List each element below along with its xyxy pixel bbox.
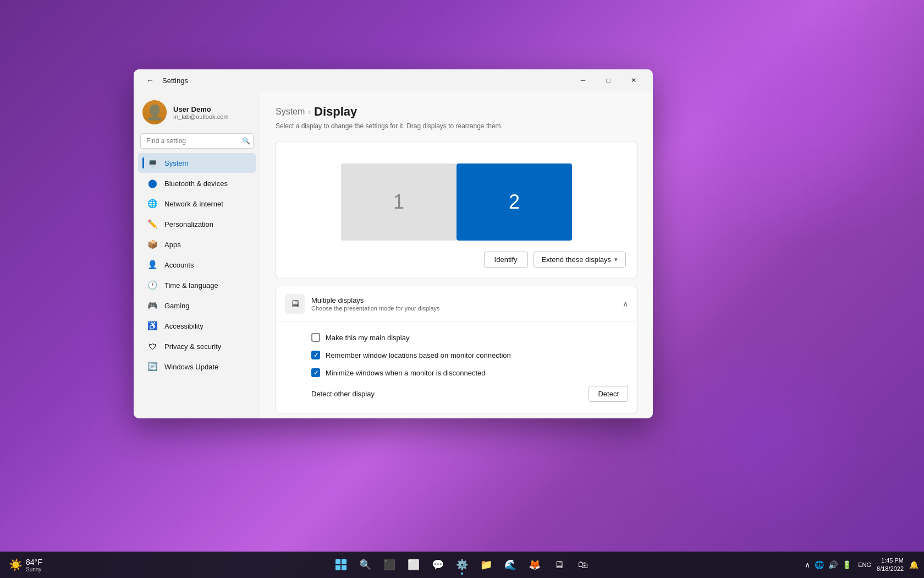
sidebar-item-bluetooth[interactable]: ⬤ Bluetooth & devices	[138, 173, 256, 193]
checkbox-remember-windows[interactable]	[311, 351, 320, 359]
sidebar-item-network[interactable]: 🌐 Network & internet	[138, 194, 256, 214]
monitor-2[interactable]: 2	[457, 163, 572, 241]
tray-chevron[interactable]: ∧	[804, 559, 811, 570]
identify-button[interactable]: Identify	[484, 252, 528, 268]
breadcrumb-current: Display	[314, 105, 357, 119]
edge-button[interactable]: 🌊	[499, 554, 521, 576]
detect-button[interactable]: Detect	[588, 386, 628, 402]
start-button[interactable]	[330, 554, 352, 576]
monitor-2-label: 2	[509, 190, 520, 214]
multiple-displays-body: Make this my main display Remember windo…	[276, 322, 637, 413]
display-preview-card: 1 2 Identify Extend these displays ▾	[276, 141, 637, 279]
detect-other-display-label: Detect other display	[311, 390, 375, 398]
terminal-button[interactable]: 🖥	[548, 554, 570, 576]
sidebar-item-time[interactable]: 🕐 Time & language	[138, 275, 256, 295]
system-icon: 💻	[147, 157, 158, 168]
sidebar: User Demo m_lab@outlook.com 🔍 💻 System ⬤…	[134, 91, 260, 418]
settings-taskbar-button[interactable]: ⚙️	[451, 554, 473, 576]
tray-battery[interactable]: 🔋	[841, 559, 853, 570]
language-indicator[interactable]: ENG	[857, 560, 872, 569]
store-button[interactable]: 🛍	[572, 554, 594, 576]
display-actions: Identify Extend these displays ▾	[287, 252, 626, 268]
weather-widget[interactable]: ☀️ 84°F Sunny	[4, 555, 47, 575]
system-tray: ∧ 🌐 🔊 🔋 ENG 1:45 PM 8/18/2022 🔔	[804, 557, 920, 574]
network-icon: 🌐	[147, 198, 158, 209]
sidebar-item-apps[interactable]: 📦 Apps	[138, 235, 256, 254]
sidebar-item-system[interactable]: 💻 System	[138, 153, 256, 173]
multiple-displays-icon: 🖥	[285, 294, 305, 314]
window-controls: ─ □ ✕	[570, 72, 646, 89]
detect-row: Detect other display Detect	[311, 381, 628, 406]
search-icon[interactable]: 🔍	[242, 137, 250, 145]
extend-button-label: Extend these displays	[542, 255, 611, 264]
windows-logo	[336, 559, 346, 570]
chat-button[interactable]: 💬	[427, 554, 449, 576]
avatar[interactable]	[142, 100, 167, 124]
section-header-text: Multiple displays Choose the presentatio…	[311, 296, 623, 312]
file-explorer-button[interactable]: 📁	[475, 554, 497, 576]
sidebar-item-privacy[interactable]: 🛡 Privacy & security	[138, 336, 256, 356]
sidebar-item-bluetooth-label: Bluetooth & devices	[164, 179, 228, 188]
tray-icons: ∧ 🌐 🔊 🔋	[804, 559, 853, 570]
checkbox-main-display[interactable]	[311, 333, 320, 342]
sidebar-item-system-label: System	[164, 159, 188, 167]
sidebar-item-accessibility[interactable]: ♿ Accessibility	[138, 316, 256, 336]
multiple-displays-header[interactable]: 🖥 Multiple displays Choose the presentat…	[276, 286, 637, 322]
breadcrumb-separator: ›	[308, 107, 311, 116]
update-icon: 🔄	[147, 361, 158, 372]
bluetooth-icon: ⬤	[147, 178, 158, 189]
multiple-displays-chevron[interactable]: ∧	[623, 299, 628, 308]
weather-temp: 84°F	[26, 558, 42, 566]
clock-date: 8/18/2022	[877, 565, 904, 573]
taskview-button[interactable]: ⬛	[378, 554, 400, 576]
back-button[interactable]: ←	[142, 73, 158, 88]
extend-dropdown-arrow: ▾	[614, 256, 618, 263]
window-body: User Demo m_lab@outlook.com 🔍 💻 System ⬤…	[134, 91, 653, 418]
user-email: m_lab@outlook.com	[173, 113, 251, 120]
sidebar-item-personalization-label: Personalization	[164, 220, 213, 228]
search-box: 🔍	[140, 133, 254, 149]
page-subtitle: Select a display to change the settings …	[276, 122, 637, 130]
maximize-button[interactable]: □	[596, 72, 621, 89]
monitor-1[interactable]: 1	[341, 163, 457, 241]
firefox-button[interactable]: 🦊	[524, 554, 546, 576]
checkbox-row-main-display: Make this my main display	[311, 329, 628, 346]
sidebar-item-time-label: Time & language	[164, 281, 218, 290]
multiple-displays-card: 🖥 Multiple displays Choose the presentat…	[276, 286, 637, 413]
clock[interactable]: 1:45 PM 8/18/2022	[877, 557, 904, 574]
checkbox-main-display-label: Make this my main display	[326, 334, 409, 342]
settings-window: ← Settings ─ □ ✕ User Demo m_lab@outlook…	[134, 69, 653, 418]
sidebar-item-update-label: Windows Update	[164, 363, 218, 371]
breadcrumb-parent[interactable]: System	[276, 107, 305, 117]
sidebar-item-apps-label: Apps	[164, 241, 181, 249]
multiple-displays-title: Multiple displays	[311, 296, 623, 304]
search-input[interactable]	[140, 133, 254, 149]
weather-condition: Sunny	[26, 566, 42, 572]
taskbar-center: 🔍 ⬛ ⬜ 💬 ⚙️ 📁 🌊 🦊 🖥 🛍	[330, 554, 594, 576]
sidebar-item-accounts[interactable]: 👤 Accounts	[138, 255, 256, 275]
breadcrumb: System › Display	[276, 105, 637, 119]
tray-network[interactable]: 🌐	[813, 559, 825, 570]
clock-time: 1:45 PM	[877, 557, 904, 565]
weather-info: 84°F Sunny	[26, 558, 42, 572]
checkbox-row-remember-windows: Remember window locations based on monit…	[311, 346, 628, 364]
multiple-displays-subtitle: Choose the presentation mode for your di…	[311, 305, 623, 312]
tray-volume[interactable]: 🔊	[827, 559, 839, 570]
checkbox-minimize-windows[interactable]	[311, 368, 320, 377]
close-button[interactable]: ✕	[621, 72, 646, 89]
sidebar-item-personalization[interactable]: ✏️ Personalization	[138, 214, 256, 234]
sidebar-item-gaming[interactable]: 🎮 Gaming	[138, 296, 256, 315]
search-taskbar-button[interactable]: 🔍	[354, 554, 376, 576]
checkbox-minimize-windows-label: Minimize windows when a monitor is disco…	[326, 369, 485, 377]
title-bar-left: ← Settings	[142, 73, 188, 88]
extend-button[interactable]: Extend these displays ▾	[534, 252, 626, 268]
sidebar-item-privacy-label: Privacy & security	[164, 342, 221, 351]
user-name: User Demo	[173, 105, 251, 113]
display-monitors: 1 2	[287, 152, 626, 241]
main-content: System › Display Select a display to cha…	[260, 91, 653, 418]
time-icon: 🕐	[147, 280, 158, 291]
sidebar-item-update[interactable]: 🔄 Windows Update	[138, 357, 256, 377]
notifications-button[interactable]: 🔔	[908, 559, 920, 570]
widgets-button[interactable]: ⬜	[403, 554, 425, 576]
minimize-button[interactable]: ─	[570, 72, 596, 89]
